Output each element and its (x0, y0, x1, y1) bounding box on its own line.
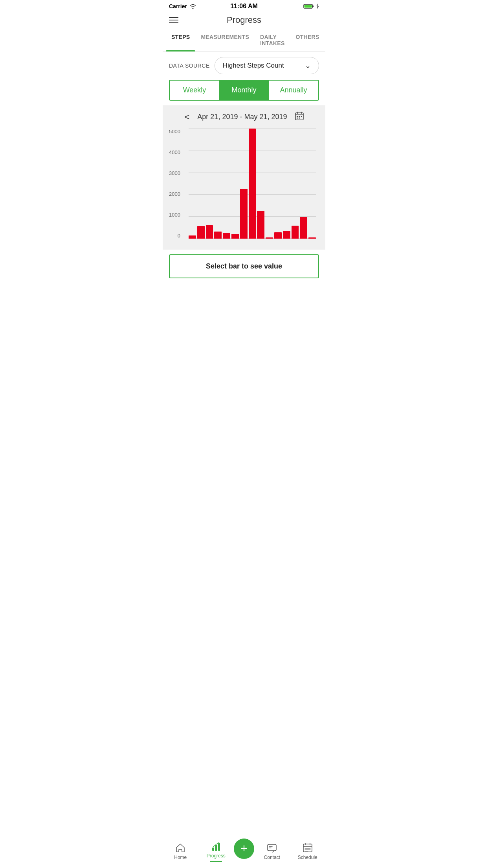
charging-icon (316, 4, 319, 9)
battery-icon (303, 4, 314, 9)
select-bar-text: Select bar to see value (206, 262, 282, 270)
y-label-5000: 5000 (169, 129, 180, 134)
chevron-down-icon: ⌄ (305, 61, 311, 70)
data-source-selected: Highest Steps Count (223, 62, 284, 70)
status-right (303, 4, 319, 9)
tab-others[interactable]: OTHERS (290, 29, 325, 51)
status-bar: Carrier 11:06 AM (163, 0, 325, 11)
chart-nav: < Apr 21, 2019 - May 21, 2019 (169, 112, 319, 122)
bar-8[interactable] (257, 211, 264, 239)
status-left: Carrier (169, 3, 196, 9)
data-source-dropdown[interactable]: Highest Steps Count ⌄ (215, 57, 319, 74)
tab-measurements[interactable]: MEASUREMENTS (195, 29, 255, 51)
bar-12[interactable] (292, 226, 299, 239)
carrier-text: Carrier (169, 3, 187, 9)
svg-rect-2 (305, 5, 312, 8)
bar-3[interactable] (214, 232, 222, 239)
tab-daily-intakes[interactable]: DAILY INTAKES (255, 29, 290, 51)
bar-11[interactable] (283, 231, 290, 239)
y-label-4000: 4000 (169, 149, 180, 155)
chart-container: < Apr 21, 2019 - May 21, 2019 5000 4000 … (163, 105, 325, 250)
bar-13[interactable] (300, 217, 307, 239)
tabs-container: STEPS MEASUREMENTS DAILY INTAKES OTHERS (163, 29, 325, 51)
bar-10[interactable] (274, 232, 282, 239)
svg-rect-10 (297, 118, 298, 119)
y-label-3000: 3000 (169, 170, 180, 176)
y-label-1000: 1000 (169, 212, 180, 218)
svg-rect-7 (297, 116, 298, 117)
period-weekly-btn[interactable]: Weekly (170, 81, 219, 100)
bar-0[interactable] (189, 235, 196, 239)
page-title: Progress (227, 15, 261, 25)
data-source-row: DATA SOURCE Highest Steps Count ⌄ (163, 51, 325, 80)
tabs: STEPS MEASUREMENTS DAILY INTAKES OTHERS (163, 29, 325, 51)
select-bar-info: Select bar to see value (169, 254, 319, 278)
bar-5[interactable] (231, 234, 239, 239)
period-toggle: Weekly Monthly Annually (169, 80, 319, 101)
period-monthly-btn[interactable]: Monthly (219, 81, 269, 100)
bar-7[interactable] (249, 129, 256, 239)
bar-6[interactable] (240, 189, 248, 239)
status-time: 11:06 AM (230, 3, 258, 10)
wifi-icon (189, 4, 196, 9)
y-label-0: 0 (178, 233, 180, 239)
bar-14[interactable] (308, 237, 316, 239)
bar-2[interactable] (206, 225, 213, 239)
svg-rect-11 (299, 118, 300, 119)
chart-date-range: Apr 21, 2019 - May 21, 2019 (197, 113, 287, 121)
bar-9[interactable] (266, 237, 273, 239)
data-source-label: DATA SOURCE (169, 63, 210, 69)
y-axis: 5000 4000 3000 2000 1000 0 (169, 129, 183, 239)
header: Progress (163, 11, 325, 29)
bar-4[interactable] (223, 233, 230, 239)
svg-rect-1 (312, 6, 314, 7)
y-label-2000: 2000 (169, 191, 180, 197)
svg-rect-9 (301, 116, 302, 117)
period-annually-btn[interactable]: Annually (269, 81, 318, 100)
bars-wrapper (189, 129, 316, 239)
calendar-icon[interactable] (295, 112, 304, 122)
tab-steps[interactable]: STEPS (166, 29, 195, 51)
bar-1[interactable] (197, 226, 205, 239)
chart-back-button[interactable]: < (184, 112, 189, 122)
menu-icon[interactable] (169, 17, 178, 23)
bar-chart: 5000 4000 3000 2000 1000 0 (189, 129, 316, 246)
svg-rect-8 (299, 116, 300, 117)
